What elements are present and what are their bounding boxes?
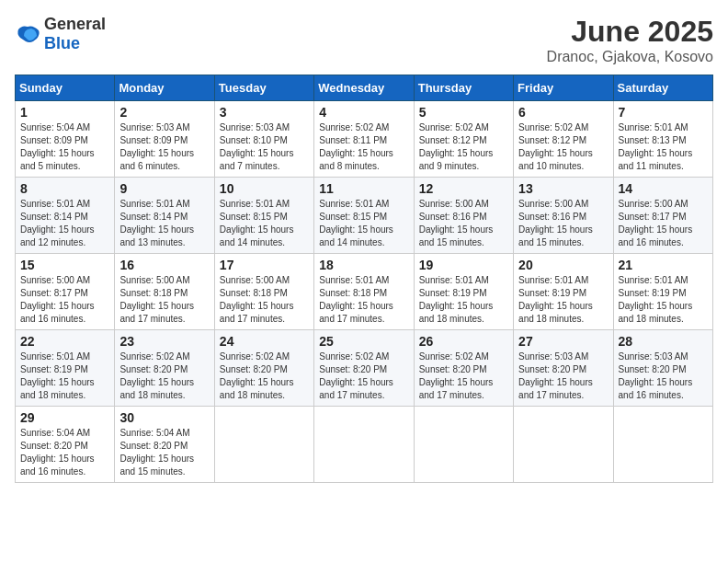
week-row-4: 22Sunrise: 5:01 AMSunset: 8:19 PMDayligh…: [16, 330, 713, 407]
day-info: Sunrise: 5:00 AMSunset: 8:16 PMDaylight:…: [518, 198, 608, 249]
calendar-cell: 29Sunrise: 5:04 AMSunset: 8:20 PMDayligh…: [16, 407, 115, 483]
day-info: Sunrise: 5:03 AMSunset: 8:09 PMDaylight:…: [119, 121, 209, 173]
calendar-cell: 14Sunrise: 5:00 AMSunset: 8:17 PMDayligh…: [613, 178, 712, 254]
weekday-header-thursday: Thursday: [414, 75, 513, 101]
weekday-header-sunday: Sunday: [16, 75, 115, 101]
day-info: Sunrise: 5:00 AMSunset: 8:17 PMDaylight:…: [20, 274, 109, 326]
day-number: 2: [119, 105, 209, 120]
week-row-5: 29Sunrise: 5:04 AMSunset: 8:20 PMDayligh…: [16, 407, 713, 483]
calendar-cell: 30Sunrise: 5:04 AMSunset: 8:20 PMDayligh…: [115, 407, 214, 483]
calendar-table: SundayMondayTuesdayWednesdayThursdayFrid…: [15, 75, 713, 483]
day-info: Sunrise: 5:04 AMSunset: 8:09 PMDaylight:…: [20, 121, 109, 173]
calendar-cell: 3Sunrise: 5:03 AMSunset: 8:10 PMDaylight…: [214, 101, 313, 178]
day-number: 25: [319, 334, 408, 349]
day-info: Sunrise: 5:00 AMSunset: 8:17 PMDaylight:…: [619, 198, 708, 249]
day-info: Sunrise: 5:01 AMSunset: 8:15 PMDaylight:…: [319, 198, 408, 249]
day-info: Sunrise: 5:02 AMSunset: 8:20 PMDaylight:…: [220, 350, 309, 402]
weekday-header-row: SundayMondayTuesdayWednesdayThursdayFrid…: [16, 75, 713, 101]
title-area: June 2025 Dranoc, Gjakova, Kosovo: [547, 15, 713, 65]
day-number: 15: [20, 258, 109, 272]
week-row-1: 1Sunrise: 5:04 AMSunset: 8:09 PMDaylight…: [16, 101, 713, 178]
day-number: 8: [20, 181, 109, 196]
calendar-cell: 7Sunrise: 5:01 AMSunset: 8:13 PMDaylight…: [613, 101, 712, 178]
calendar-cell: [613, 407, 712, 483]
day-number: 18: [319, 258, 408, 272]
day-info: Sunrise: 5:02 AMSunset: 8:20 PMDaylight:…: [319, 350, 408, 402]
day-number: 3: [220, 105, 309, 120]
day-info: Sunrise: 5:03 AMSunset: 8:20 PMDaylight:…: [518, 350, 608, 402]
day-number: 29: [20, 410, 109, 425]
calendar-cell: 12Sunrise: 5:00 AMSunset: 8:16 PMDayligh…: [414, 178, 513, 254]
logo-icon: [15, 25, 40, 43]
calendar-cell: 15Sunrise: 5:00 AMSunset: 8:17 PMDayligh…: [16, 254, 115, 330]
calendar-cell: 16Sunrise: 5:00 AMSunset: 8:18 PMDayligh…: [115, 254, 214, 330]
week-row-3: 15Sunrise: 5:00 AMSunset: 8:17 PMDayligh…: [16, 254, 713, 330]
day-info: Sunrise: 5:01 AMSunset: 8:19 PMDaylight:…: [518, 274, 608, 326]
calendar-cell: 24Sunrise: 5:02 AMSunset: 8:20 PMDayligh…: [214, 330, 313, 407]
day-info: Sunrise: 5:04 AMSunset: 8:20 PMDaylight:…: [119, 427, 209, 478]
day-info: Sunrise: 5:01 AMSunset: 8:14 PMDaylight:…: [20, 198, 109, 249]
location-subtitle: Dranoc, Gjakova, Kosovo: [547, 49, 713, 65]
logo-general: General: [44, 15, 106, 33]
calendar-cell: 25Sunrise: 5:02 AMSunset: 8:20 PMDayligh…: [314, 330, 414, 407]
day-info: Sunrise: 5:03 AMSunset: 8:20 PMDaylight:…: [619, 350, 708, 402]
day-number: 14: [619, 181, 708, 196]
calendar-cell: [314, 407, 414, 483]
calendar-cell: 1Sunrise: 5:04 AMSunset: 8:09 PMDaylight…: [16, 101, 115, 178]
month-title: June 2025: [547, 15, 713, 49]
day-number: 9: [119, 181, 209, 196]
logo-text: General Blue: [44, 15, 106, 53]
calendar-cell: 13Sunrise: 5:00 AMSunset: 8:16 PMDayligh…: [514, 178, 613, 254]
logo-blue: Blue: [44, 34, 80, 52]
day-info: Sunrise: 5:01 AMSunset: 8:19 PMDaylight:…: [419, 274, 508, 326]
calendar-cell: 5Sunrise: 5:02 AMSunset: 8:12 PMDaylight…: [414, 101, 513, 178]
calendar-cell: 8Sunrise: 5:01 AMSunset: 8:14 PMDaylight…: [16, 178, 115, 254]
calendar-cell: 20Sunrise: 5:01 AMSunset: 8:19 PMDayligh…: [514, 254, 613, 330]
day-number: 10: [220, 181, 309, 196]
day-number: 1: [20, 105, 109, 120]
day-info: Sunrise: 5:04 AMSunset: 8:20 PMDaylight:…: [20, 427, 109, 478]
header: General Blue June 2025 Dranoc, Gjakova, …: [15, 15, 713, 65]
day-number: 27: [518, 334, 608, 349]
day-info: Sunrise: 5:02 AMSunset: 8:20 PMDaylight:…: [419, 350, 508, 402]
day-number: 6: [518, 105, 608, 120]
calendar-cell: 19Sunrise: 5:01 AMSunset: 8:19 PMDayligh…: [414, 254, 513, 330]
day-number: 12: [419, 181, 508, 196]
day-info: Sunrise: 5:00 AMSunset: 8:18 PMDaylight:…: [220, 274, 309, 326]
weekday-header-friday: Friday: [514, 75, 613, 101]
day-number: 11: [319, 181, 408, 196]
day-number: 19: [419, 258, 508, 272]
calendar-cell: 21Sunrise: 5:01 AMSunset: 8:19 PMDayligh…: [613, 254, 712, 330]
calendar-cell: 10Sunrise: 5:01 AMSunset: 8:15 PMDayligh…: [214, 178, 313, 254]
day-info: Sunrise: 5:01 AMSunset: 8:19 PMDaylight:…: [619, 274, 708, 326]
day-info: Sunrise: 5:01 AMSunset: 8:19 PMDaylight:…: [20, 350, 109, 402]
weekday-header-tuesday: Tuesday: [214, 75, 313, 101]
day-number: 17: [220, 258, 309, 272]
calendar-cell: 2Sunrise: 5:03 AMSunset: 8:09 PMDaylight…: [115, 101, 214, 178]
weekday-header-monday: Monday: [115, 75, 214, 101]
day-info: Sunrise: 5:02 AMSunset: 8:20 PMDaylight:…: [119, 350, 209, 402]
calendar-cell: [214, 407, 313, 483]
calendar-cell: [414, 407, 513, 483]
calendar-cell: [514, 407, 613, 483]
day-number: 4: [319, 105, 408, 120]
day-info: Sunrise: 5:01 AMSunset: 8:15 PMDaylight:…: [220, 198, 309, 249]
calendar-cell: 27Sunrise: 5:03 AMSunset: 8:20 PMDayligh…: [514, 330, 613, 407]
calendar-cell: 11Sunrise: 5:01 AMSunset: 8:15 PMDayligh…: [314, 178, 414, 254]
calendar-cell: 28Sunrise: 5:03 AMSunset: 8:20 PMDayligh…: [613, 330, 712, 407]
weekday-header-saturday: Saturday: [613, 75, 712, 101]
day-number: 7: [619, 105, 708, 120]
day-info: Sunrise: 5:03 AMSunset: 8:10 PMDaylight:…: [220, 121, 309, 173]
calendar-cell: 23Sunrise: 5:02 AMSunset: 8:20 PMDayligh…: [115, 330, 214, 407]
day-info: Sunrise: 5:02 AMSunset: 8:12 PMDaylight:…: [419, 121, 508, 173]
day-number: 24: [220, 334, 309, 349]
day-number: 26: [419, 334, 508, 349]
day-number: 16: [119, 258, 209, 272]
day-number: 20: [518, 258, 608, 272]
day-number: 30: [119, 410, 209, 425]
weekday-header-wednesday: Wednesday: [314, 75, 414, 101]
day-info: Sunrise: 5:01 AMSunset: 8:13 PMDaylight:…: [619, 121, 708, 173]
day-info: Sunrise: 5:00 AMSunset: 8:18 PMDaylight:…: [119, 274, 209, 326]
day-number: 13: [518, 181, 608, 196]
logo: General Blue: [15, 15, 106, 53]
